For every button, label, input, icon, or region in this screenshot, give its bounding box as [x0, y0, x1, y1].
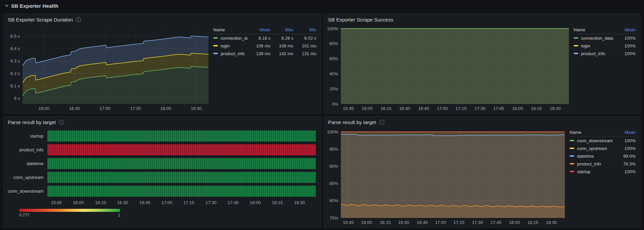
legend-row: datetime99.0% — [570, 152, 636, 160]
panel-header: SB Exporter Scrape Duration i — [4, 14, 321, 25]
heatmap-row-startup: startup — [8, 129, 316, 143]
x-tick-label: 16:45 — [418, 106, 429, 111]
legend-header-max[interactable]: Max — [270, 27, 293, 32]
y-tick-label: 20% — [329, 86, 338, 91]
info-icon[interactable]: i — [59, 120, 64, 125]
x-tick-label: 18:00 — [512, 106, 523, 111]
panel-title: Parse result by target — [328, 119, 376, 125]
x-tick-label: 18:30 — [191, 106, 202, 111]
heatmap-rows[interactable]: startupproduct_infodatetimeconn_upstream… — [8, 129, 316, 198]
legend-row: startup100% — [570, 167, 636, 175]
series-toggle-login[interactable]: login — [213, 43, 248, 48]
y-tick-label: 40% — [329, 71, 338, 76]
series-toggle-login[interactable]: login — [574, 43, 617, 48]
y-tick-label: 6.4 s — [10, 46, 20, 51]
series-toggle-datetime[interactable]: datetime — [570, 154, 617, 159]
x-tick-label: 16:30 — [117, 200, 128, 205]
legend-row: conn_upstream100% — [570, 144, 636, 152]
legend-row: connection_data6.18 s6.26 s6.02 s — [213, 34, 316, 42]
y-tick-label: 6.1 s — [10, 83, 20, 88]
legend-table: NameMeanconnection_data100%login100%prod… — [572, 25, 639, 112]
section-row-header[interactable]: SB Exporter Health — [5, 2, 58, 10]
legend-header-mean[interactable]: Mean — [248, 27, 270, 32]
legend-header-mean[interactable]: Mean — [617, 27, 636, 32]
series-toggle-conn_downstream[interactable]: conn_downstream — [570, 138, 617, 143]
series-toggle-connection_data[interactable]: connection_data — [213, 36, 248, 41]
section-title: SB Exporter Health — [11, 3, 58, 9]
x-tick-label: 16:00 — [38, 106, 50, 111]
x-tick-label: 17:45 — [493, 106, 504, 111]
legend-header-row: NameMeanMaxMin — [213, 26, 316, 34]
y-tick-label: 80% — [329, 198, 338, 203]
series-color-swatch — [574, 37, 578, 39]
legend-header-min[interactable]: Min — [293, 27, 316, 32]
series-toggle-conn_upstream[interactable]: conn_upstream — [570, 146, 617, 151]
legend-header-name[interactable]: Name — [213, 27, 248, 32]
legend-row: conn_downstream100% — [570, 137, 636, 144]
series-toggle-product_info[interactable]: product_info — [570, 161, 617, 166]
series-toggle-startup[interactable]: startup — [570, 169, 617, 174]
legend-table: NameMeanMaxMinconnection_data6.18 s6.26 … — [211, 25, 320, 112]
series-color-swatch — [574, 45, 578, 46]
heatmap-band-conn_downstream[interactable] — [47, 186, 316, 197]
x-tick-label: 16:30 — [398, 220, 409, 225]
heatmap-band-datetime[interactable] — [47, 158, 316, 169]
heatmap-band-product_info[interactable] — [47, 144, 316, 155]
panel-header: SB Exporter Scrape Success — [324, 14, 640, 25]
color-scale-max: 1 — [118, 213, 120, 218]
series-toggle-product_info[interactable]: product_info — [213, 51, 248, 56]
panel-header: Parse result by target i — [324, 116, 640, 128]
y-tick-label: 6.3 s — [10, 59, 20, 64]
series-toggle-product_info[interactable]: product_info — [574, 51, 617, 56]
y-tick-label: 6 s — [14, 96, 20, 101]
legend-row: login100% — [574, 42, 636, 49]
y-tick-label: 90% — [329, 164, 338, 169]
series-color-swatch — [570, 171, 574, 172]
y-tick-label: 75% — [329, 216, 338, 221]
scrape-success-chart[interactable]: 0%20%40%60%80%100%15:4516:0016:1516:3016… — [325, 25, 572, 112]
heatmap-row-label: conn_upstream — [8, 175, 47, 180]
series-stat-value: 99.0% — [617, 154, 636, 159]
heatmap-band-startup[interactable] — [47, 130, 316, 142]
y-tick-label: 95% — [329, 147, 338, 152]
series-name: conn_downstream — [577, 138, 613, 143]
x-tick-label: 17:45 — [228, 200, 239, 205]
x-tick-label: 15:45 — [51, 200, 62, 205]
x-tick-label: 16:00 — [73, 200, 84, 205]
x-tick-label: 16:00 — [361, 220, 372, 225]
heatmap-row-conn_downstream: conn_downstream — [8, 184, 316, 198]
series-stat-value: 106 ms — [248, 43, 270, 48]
series-stat-value: 131 ms — [293, 51, 316, 56]
series-name: product_info — [221, 51, 245, 56]
legend-header-mean[interactable]: Mean — [617, 130, 636, 135]
series-stat-value: 100% — [617, 36, 636, 41]
x-tick-label: 17:30 — [205, 200, 217, 205]
x-tick-label: 16:45 — [139, 200, 151, 205]
legend-header-row: NameMean — [574, 26, 636, 34]
x-tick-label: 17:00 — [161, 200, 172, 205]
color-scale-legend: 0.777 1 — [19, 209, 120, 218]
panel-header: Parse result by target i — [4, 116, 321, 128]
legend-row: connection_data100% — [574, 34, 636, 42]
series-name: startup — [577, 169, 590, 174]
scrape-duration-chart[interactable]: 6 s6.1 s6.2 s6.3 s6.4 s6.5 s16:0016:3017… — [5, 25, 211, 112]
heatmap-band-conn_upstream[interactable] — [47, 172, 316, 183]
y-tick-label: 80% — [329, 41, 338, 46]
legend-header-name[interactable]: Name — [574, 27, 617, 32]
legend-row: product_info100% — [574, 49, 636, 57]
series-toggle-connection_data[interactable]: connection_data — [574, 36, 617, 41]
info-icon[interactable]: i — [76, 17, 81, 22]
series-color-swatch — [570, 163, 574, 164]
x-tick-label: 18:30 — [550, 106, 561, 111]
info-icon[interactable]: i — [379, 120, 384, 125]
x-tick-label: 16:30 — [69, 106, 80, 111]
legend-header-name[interactable]: Name — [570, 130, 617, 135]
x-tick-label: 17:15 — [453, 220, 464, 225]
parse-percent-chart[interactable]: 75%80%85%90%95%100%15:4516:0016:1516:301… — [325, 128, 568, 226]
series-stat-value: 138 ms — [248, 51, 270, 56]
x-tick-label: 15:45 — [343, 106, 354, 111]
y-tick-label: 85% — [329, 181, 338, 186]
chart-canvas: 75%80%85%90%95%100%15:4516:0016:1516:301… — [325, 128, 568, 226]
series-stat-value: 6.18 s — [248, 36, 270, 41]
series-color-swatch — [574, 53, 578, 54]
